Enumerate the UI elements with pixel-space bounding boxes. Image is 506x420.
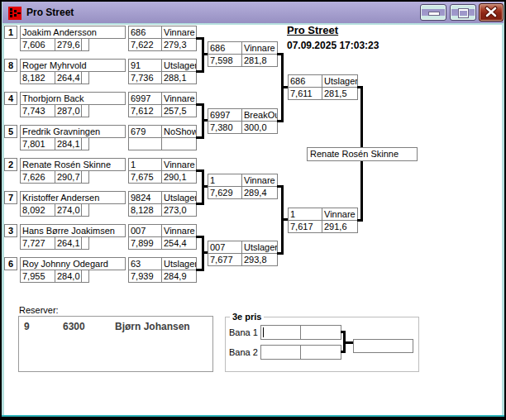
result-status-field[interactable]: Vinnare xyxy=(161,224,197,237)
result-time-field[interactable]: 7,611 xyxy=(288,87,322,100)
result-time-field[interactable]: 7,612 xyxy=(128,104,162,117)
result-speed-field[interactable]: 289,4 xyxy=(241,186,278,199)
lane1-status-field[interactable] xyxy=(300,325,341,340)
close-button[interactable] xyxy=(479,3,504,21)
third-prize-winner-field[interactable] xyxy=(353,339,413,353)
extra-field[interactable] xyxy=(81,270,89,283)
result-status-field[interactable]: Utslagen xyxy=(161,59,197,72)
result-time-field[interactable]: 7,675 xyxy=(128,170,162,184)
racer-name-field[interactable]: Hans Børre Joakimsen xyxy=(20,224,126,237)
result-time-field[interactable]: 7,899 xyxy=(128,236,162,250)
qual-time-field[interactable]: 7,743 xyxy=(20,104,55,117)
racer-name-field[interactable]: Fredrik Gravningen xyxy=(20,125,126,138)
result-car-field[interactable]: 686 xyxy=(128,26,162,39)
result-status-field[interactable]: Vinnare xyxy=(161,26,197,39)
racer-name-field[interactable]: Renate Rosén Skinne xyxy=(20,158,126,171)
result-time-field[interactable]: 8,128 xyxy=(128,203,162,217)
extra-field[interactable] xyxy=(81,71,89,84)
qual-speed-field[interactable]: 290,7 xyxy=(55,170,82,184)
qual-speed-field[interactable]: 284,0 xyxy=(55,270,82,283)
result-car-field[interactable]: 9824 xyxy=(128,191,162,204)
racer-name-field[interactable]: Kristoffer Andersen xyxy=(20,191,126,204)
result-time-field[interactable]: 7,629 xyxy=(208,186,242,199)
result-car-field[interactable]: 1 xyxy=(288,208,322,221)
result-status-field[interactable]: Vinnare xyxy=(241,174,278,187)
result-car-field[interactable]: 63 xyxy=(128,257,162,270)
result-time-field[interactable]: 7,736 xyxy=(128,71,162,84)
result-speed-field[interactable]: 273,0 xyxy=(161,203,197,217)
qual-time-field[interactable]: 7,727 xyxy=(20,236,55,250)
result-speed-field[interactable]: 288,1 xyxy=(161,71,197,84)
result-speed-field[interactable] xyxy=(161,137,197,150)
result-car-field[interactable]: 91 xyxy=(128,59,162,72)
qual-time-field[interactable]: 8,182 xyxy=(20,71,55,84)
minimize-button[interactable] xyxy=(420,4,446,21)
qual-speed-field[interactable]: 264,4 xyxy=(55,71,82,84)
result-status-field[interactable]: BreakOut xyxy=(241,108,278,122)
winner-name-field[interactable]: Renate Rosén Skinne xyxy=(307,147,418,161)
qual-speed-field[interactable]: 279,6 xyxy=(55,38,82,51)
result-time-field[interactable]: 7,617 xyxy=(288,220,322,233)
result-time-field[interactable]: 7,622 xyxy=(128,38,162,51)
lane2-car-field[interactable] xyxy=(260,345,301,360)
qual-time-field[interactable]: 7,801 xyxy=(20,137,55,150)
result-speed-field[interactable]: 257,5 xyxy=(161,104,197,117)
result-car-field[interactable]: 007 xyxy=(128,224,162,237)
close-icon xyxy=(480,4,503,21)
result-time-field[interactable]: 7,677 xyxy=(208,253,242,266)
result-car-field[interactable]: 6997 xyxy=(128,92,162,105)
qual-time-field[interactable]: 8,092 xyxy=(20,203,55,217)
extra-field[interactable] xyxy=(81,38,89,51)
seed-number: 2 xyxy=(4,158,17,171)
lane1-car-field[interactable] xyxy=(260,325,301,340)
result-status-field[interactable]: Utslagen xyxy=(322,74,358,88)
extra-field[interactable] xyxy=(81,203,89,217)
result-car-field[interactable]: 686 xyxy=(288,74,322,88)
result-status-field[interactable]: Vinnare xyxy=(161,158,197,171)
qual-speed-field[interactable]: 264,1 xyxy=(55,236,82,250)
extra-field[interactable] xyxy=(81,137,89,150)
extra-field[interactable] xyxy=(81,170,89,184)
result-speed-field[interactable]: 281,5 xyxy=(322,87,358,100)
result-speed-field[interactable]: 279,3 xyxy=(161,38,197,51)
result-status-field[interactable]: NoShow xyxy=(161,125,197,138)
qual-speed-field[interactable]: 284,1 xyxy=(55,137,82,150)
result-speed-field[interactable]: 254,4 xyxy=(161,236,197,250)
result-speed-field[interactable]: 290,1 xyxy=(161,170,197,184)
result-status-field[interactable]: Vinnare xyxy=(241,41,278,55)
result-speed-field[interactable]: 284,9 xyxy=(161,270,197,283)
result-car-field[interactable]: 1 xyxy=(128,158,162,171)
result-speed-field[interactable]: 300,0 xyxy=(241,121,278,134)
qual-speed-field[interactable]: 287,0 xyxy=(55,104,82,117)
reserves-listbox[interactable]: 9 6300 Bjørn Johansen xyxy=(18,316,213,372)
result-car-field[interactable]: 007 xyxy=(208,241,242,254)
qual-time-field[interactable]: 7,955 xyxy=(20,270,55,283)
result-time-field[interactable]: 7,939 xyxy=(128,270,162,283)
result-speed-field[interactable]: 291,6 xyxy=(322,220,358,233)
extra-field[interactable] xyxy=(81,236,89,250)
result-status-field[interactable]: Utslagen xyxy=(161,191,197,204)
racer-name-field[interactable]: Joakim Andersson xyxy=(20,26,126,39)
qual-speed-field[interactable]: 274,0 xyxy=(55,203,82,217)
racer-name-field[interactable]: Roger Myhrvold xyxy=(20,59,126,72)
lane2-status-field[interactable] xyxy=(300,345,341,360)
result-car-field[interactable]: 1 xyxy=(208,174,242,187)
result-status-field[interactable]: Vinnare xyxy=(322,208,358,221)
qual-time-field[interactable]: 7,626 xyxy=(20,170,55,184)
result-car-field[interactable]: 686 xyxy=(208,41,242,55)
extra-field[interactable] xyxy=(81,104,89,117)
result-speed-field[interactable]: 281,8 xyxy=(241,54,278,67)
result-speed-field[interactable]: 293,8 xyxy=(241,253,278,266)
result-time-field[interactable]: 7,380 xyxy=(208,121,242,134)
qual-time-field[interactable]: 7,606 xyxy=(20,38,55,51)
result-status-field[interactable]: Utslagen xyxy=(161,257,197,270)
racer-name-field[interactable]: Thorbjorn Back xyxy=(20,92,126,105)
result-time-field[interactable]: 7,598 xyxy=(208,54,242,67)
result-status-field[interactable]: Utslagen xyxy=(241,241,278,254)
result-status-field[interactable]: Vinnare xyxy=(161,92,197,105)
maximize-button[interactable] xyxy=(450,4,476,21)
result-car-field[interactable]: 679 xyxy=(128,125,162,138)
result-time-field[interactable] xyxy=(128,137,162,150)
result-car-field[interactable]: 6997 xyxy=(208,108,242,122)
racer-name-field[interactable]: Roy Johnny Odegard xyxy=(20,257,126,270)
